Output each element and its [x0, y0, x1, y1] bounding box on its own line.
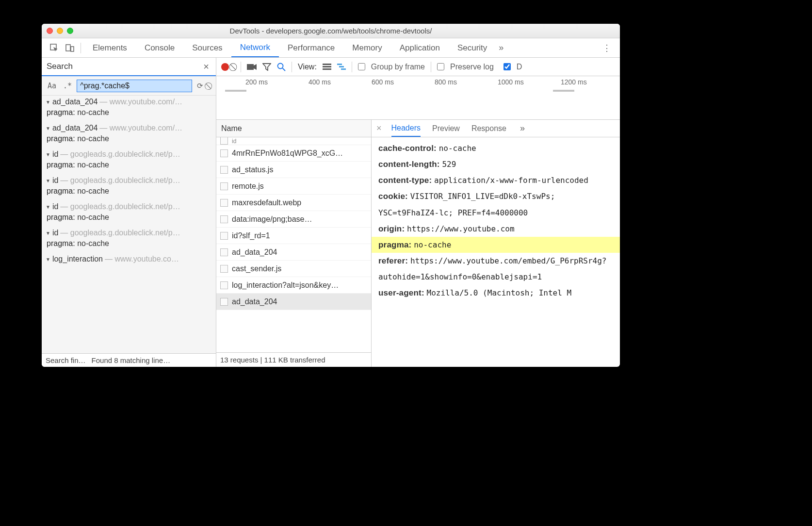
result-name: id: [52, 229, 58, 237]
kebab-menu-icon[interactable]: ⋮: [599, 43, 615, 53]
request-item[interactable]: id?slf_rd=1: [216, 228, 371, 244]
close-window-button[interactable]: [47, 28, 53, 34]
detail-tab-preview[interactable]: Preview: [432, 120, 460, 137]
tab-application[interactable]: Application: [391, 38, 449, 57]
svg-rect-11: [341, 68, 346, 70]
svg-rect-2: [71, 47, 74, 51]
detail-tab-response[interactable]: Response: [471, 120, 506, 137]
inspect-element-icon[interactable]: [47, 43, 62, 53]
request-name: ad_status.js: [232, 165, 273, 174]
filter-icon[interactable]: [262, 63, 271, 71]
match-case-toggle[interactable]: Aa: [46, 81, 58, 91]
header-key: cache-control:: [378, 144, 437, 153]
more-panels-icon[interactable]: »: [496, 43, 506, 53]
panel-tabs: ElementsConsoleSourcesNetworkPerformance…: [42, 38, 620, 58]
timeline-tick: 600 ms: [372, 78, 394, 86]
more-detail-tabs-icon[interactable]: »: [520, 123, 525, 133]
file-icon: [220, 232, 228, 240]
view-label: View:: [298, 63, 317, 71]
header-row[interactable]: cache-control: no-cache: [378, 140, 613, 156]
header-row[interactable]: cookie: VISITOR_INFO1_LIVE=dDk0-xTswPs; …: [378, 188, 613, 220]
detail-tabs: × HeadersPreviewResponse »: [372, 120, 620, 137]
timeline[interactable]: 200 ms400 ms600 ms800 ms1000 ms1200 ms: [216, 76, 620, 120]
zoom-window-button[interactable]: [67, 28, 73, 34]
search-results: ▼ ad_data_204 — www.youtube.com/…pragma:…: [42, 96, 216, 353]
search-result[interactable]: ▼ ad_data_204 — www.youtube.com/…pragma:…: [42, 122, 216, 148]
header-row[interactable]: content-length: 529: [378, 156, 613, 172]
waterfall-icon[interactable]: [337, 64, 346, 70]
minimize-window-button[interactable]: [57, 28, 63, 34]
group-by-frame-label[interactable]: Group by frame: [371, 63, 425, 71]
search-result[interactable]: ▼ ad_data_204 — www.youtube.com/…pragma:…: [42, 96, 216, 122]
search-result[interactable]: ▼ id — googleads.g.doubleclick.net/p…pra…: [42, 227, 216, 253]
search-input[interactable]: [77, 80, 192, 92]
request-item[interactable]: maxresdefault.webp: [216, 195, 371, 211]
separator: [292, 62, 292, 72]
tab-security[interactable]: Security: [449, 38, 496, 57]
search-result[interactable]: ▼ id — googleads.g.doubleclick.net/p…pra…: [42, 174, 216, 200]
disable-cache-checkbox[interactable]: [503, 63, 511, 70]
request-list-header[interactable]: Name: [216, 120, 371, 137]
network-toolbar: ⃠ View:: [216, 58, 620, 76]
device-toolbar-icon[interactable]: [62, 43, 78, 53]
request-item[interactable]: cast_sender.js: [216, 261, 371, 277]
tab-console[interactable]: Console: [136, 38, 183, 57]
search-result[interactable]: ▼ log_interaction — www.youtube.co…: [42, 253, 216, 268]
header-row[interactable]: referer: https://www.youtube.com/embed/G…: [378, 253, 613, 285]
result-match-key: pragma:: [47, 134, 75, 143]
search-bar: Aa .* ⟳ ⃠: [42, 76, 216, 96]
request-item[interactable]: ad_data_204: [216, 244, 371, 261]
detail-tab-headers[interactable]: Headers: [391, 120, 421, 137]
preserve-log-checkbox[interactable]: [437, 63, 444, 70]
request-item[interactable]: log_interaction?alt=json&key…: [216, 277, 371, 294]
tab-network[interactable]: Network: [231, 38, 279, 57]
header-key: content-type:: [378, 176, 432, 185]
request-item[interactable]: ad_data_204: [216, 294, 371, 310]
result-match-value: no-cache: [77, 134, 109, 143]
result-match-value: no-cache: [77, 161, 109, 169]
header-row[interactable]: origin: https://www.youtube.com: [378, 221, 613, 237]
clear-search-icon[interactable]: ⃠: [208, 81, 212, 91]
result-match-key: pragma:: [47, 187, 75, 195]
separator: [431, 62, 431, 72]
camera-icon[interactable]: [247, 64, 257, 70]
request-item[interactable]: 4mrRnEPnWo81qWPG8_xcG…: [216, 145, 371, 162]
tab-memory[interactable]: Memory: [343, 38, 390, 57]
traffic-lights: [47, 28, 73, 34]
request-item[interactable]: remote.js: [216, 178, 371, 195]
close-detail-icon[interactable]: ×: [376, 123, 383, 133]
group-by-frame-checkbox[interactable]: [358, 63, 365, 70]
tab-performance[interactable]: Performance: [279, 38, 343, 57]
regex-toggle[interactable]: .*: [61, 81, 74, 91]
header-value: no-cache: [439, 144, 476, 153]
file-icon: [220, 248, 228, 256]
timeline-segment: [225, 90, 246, 92]
close-search-icon[interactable]: ×: [201, 61, 211, 72]
header-key: referer:: [378, 256, 408, 265]
search-result[interactable]: ▼ id — googleads.g.doubleclick.net/p…pra…: [42, 200, 216, 227]
record-button[interactable]: [221, 63, 229, 71]
svg-point-4: [278, 63, 283, 68]
header-row[interactable]: content-type: application/x-www-form-url…: [378, 172, 613, 188]
large-rows-icon[interactable]: [323, 64, 331, 70]
result-domain: — www.youtube.co…: [105, 255, 179, 263]
request-item[interactable]: data:image/png;base…: [216, 211, 371, 228]
request-item-partial[interactable]: id: [216, 137, 371, 145]
search-result[interactable]: ▼ id — googleads.g.doubleclick.net/p…pra…: [42, 148, 216, 174]
headers-view: cache-control: no-cachecontent-length: 5…: [372, 137, 620, 367]
disclosure-triangle-icon: ▼: [46, 152, 50, 157]
file-icon: [220, 137, 228, 145]
request-item[interactable]: ad_status.js: [216, 162, 371, 178]
header-row[interactable]: pragma: no-cache: [372, 237, 620, 253]
search-icon[interactable]: [277, 63, 286, 71]
file-icon: [220, 281, 228, 289]
file-icon: [220, 298, 228, 306]
tab-sources[interactable]: Sources: [183, 38, 231, 57]
separator: [241, 62, 241, 72]
header-row[interactable]: user-agent: Mozilla/5.0 (Macintosh; Inte…: [378, 285, 613, 301]
preserve-log-label[interactable]: Preserve log: [450, 63, 494, 71]
tab-elements[interactable]: Elements: [84, 38, 136, 57]
timeline-tick: 1000 ms: [498, 78, 524, 86]
file-icon: [220, 149, 228, 157]
refresh-search-icon[interactable]: ⟳: [195, 81, 205, 91]
